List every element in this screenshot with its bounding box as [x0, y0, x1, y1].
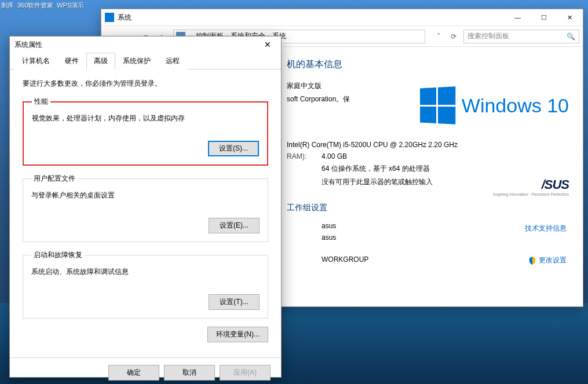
performance-settings-button[interactable]: 设置(S)... — [208, 141, 259, 156]
dialog-body: 要进行大多数更改，你必须作为管理员登录。 性能 视觉效果，处理器计划，内存使用，… — [10, 70, 281, 357]
workgroup-section: 工作组设置 asus asus WORKGROUP — [287, 203, 569, 265]
tab-hardware[interactable]: 硬件 — [57, 53, 86, 70]
asus-tagline: Inspiring Innovation · Persistent Perfec… — [493, 192, 569, 196]
cancel-button[interactable]: 取消 — [164, 365, 215, 381]
workgroup-value: WORKGROUP — [322, 255, 368, 264]
tab-computer-name[interactable]: 计算机名 — [14, 53, 57, 70]
change-settings-link[interactable]: 更改设置 — [528, 255, 567, 265]
dialog-close-button[interactable]: ✕ — [259, 36, 276, 53]
user-profile-group: 用户配置文件 与登录帐户相关的桌面设置 设置(E)... — [23, 174, 268, 242]
minimize-button[interactable]: — — [505, 9, 531, 26]
system-icon — [105, 13, 114, 22]
environment-variables-button[interactable]: 环境变量(N)... — [207, 327, 268, 342]
cpu-value: Intel(R) Core(TM) i5-5200U CPU @ 2.20GHz… — [287, 141, 458, 149]
refresh-icon[interactable]: ⟳ — [447, 30, 460, 43]
search-input[interactable]: 搜索控制面板 🔍 — [463, 30, 579, 43]
system-title: 系统 — [118, 13, 132, 23]
windows10-text: Windows 10 — [462, 94, 569, 117]
startup-legend: 启动和故障恢复 — [31, 250, 85, 260]
asus-logo: /SUS Inspiring Innovation · Persistent P… — [493, 177, 569, 196]
startup-recovery-group: 启动和故障恢复 系统启动、系统故障和调试信息 设置(T)... — [23, 250, 268, 319]
asus-brand: /SUS — [493, 177, 569, 192]
ram-label: RAM): — [287, 152, 322, 160]
desktop-icon[interactable]: 360软件管家 — [17, 1, 53, 10]
system-titlebar[interactable]: 系统 — ☐ ✕ — [101, 9, 583, 26]
page-title: 机的基本信息 — [287, 58, 569, 71]
touch-value: 没有可用于此显示器的笔或触控输入 — [322, 177, 433, 187]
performance-legend: 性能 — [32, 97, 50, 107]
dialog-titlebar[interactable]: 系统属性 ✕ — [10, 36, 281, 53]
tab-remote[interactable]: 远程 — [158, 53, 187, 70]
support-link[interactable]: 技术支持信息 — [525, 224, 567, 233]
full-computer-name: asus — [322, 233, 336, 242]
tab-advanced[interactable]: 高级 — [86, 53, 115, 70]
ram-value: 4.00 GB — [322, 152, 347, 160]
change-settings-label: 更改设置 — [539, 255, 567, 265]
desktop-icon[interactable]: 刺库 — [1, 1, 14, 10]
shield-icon — [528, 257, 536, 265]
desktop-icon[interactable]: WPS演示 — [57, 1, 84, 10]
copyright-value: soft Corporation。保 — [287, 94, 350, 104]
dialog-tabs: 计算机名 硬件 高级 系统保护 远程 — [10, 53, 281, 70]
apply-button[interactable]: 应用(A) — [220, 365, 271, 381]
windows10-logo: Windows 10 — [419, 87, 569, 123]
workgroup-heading: 工作组设置 — [287, 203, 569, 213]
startup-desc: 系统启动、系统故障和调试信息 — [31, 267, 260, 277]
system-properties-dialog: 系统属性 ✕ 计算机名 硬件 高级 系统保护 远程 要进行大多数更改，你必须作为… — [9, 36, 282, 378]
ok-button[interactable]: 确定 — [108, 365, 159, 381]
profile-settings-button[interactable]: 设置(E)... — [209, 218, 260, 233]
windows-tiles-icon — [420, 86, 455, 125]
dialog-title: 系统属性 — [14, 40, 42, 50]
search-placeholder: 搜索控制面板 — [468, 31, 509, 41]
close-button[interactable]: ✕ — [557, 9, 583, 26]
user-profile-legend: 用户配置文件 — [31, 174, 78, 184]
tab-system-protection[interactable]: 系统保护 — [115, 53, 158, 70]
search-icon: 🔍 — [567, 32, 575, 41]
user-profile-desc: 与登录帐户相关的桌面设置 — [31, 191, 260, 200]
maximize-button[interactable]: ☐ — [531, 9, 557, 26]
breadcrumb-dropdown-icon[interactable]: ˅ — [432, 30, 445, 43]
computer-name: asus — [322, 222, 336, 230]
desktop-icon-row: 刺库 360软件管家 WPS演示 — [1, 1, 84, 10]
admin-note: 要进行大多数更改，你必须作为管理员登录。 — [23, 79, 268, 89]
performance-desc: 视觉效果，处理器计划，内存使用，以及虚拟内存 — [32, 114, 259, 123]
dialog-footer: 确定 取消 应用(A) — [10, 357, 281, 384]
arch-value: 64 位操作系统，基于 x64 的处理器 — [322, 164, 430, 174]
performance-group: 性能 视觉效果，处理器计划，内存使用，以及虚拟内存 设置(S)... — [23, 97, 268, 166]
edition-value: 家庭中文版 — [287, 81, 322, 91]
startup-settings-button[interactable]: 设置(T)... — [209, 294, 260, 310]
